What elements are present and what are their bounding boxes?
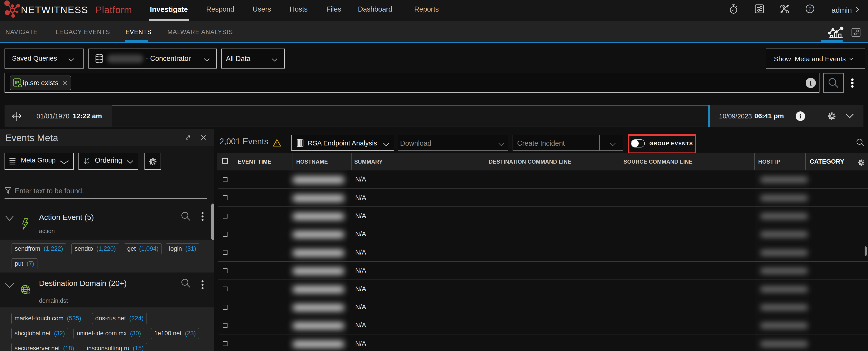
svg-text:?: ?: [808, 6, 811, 12]
svg-text:IP: IP: [15, 80, 19, 85]
svg-text:A: A: [87, 157, 89, 160]
svg-text:Z: Z: [87, 161, 89, 165]
